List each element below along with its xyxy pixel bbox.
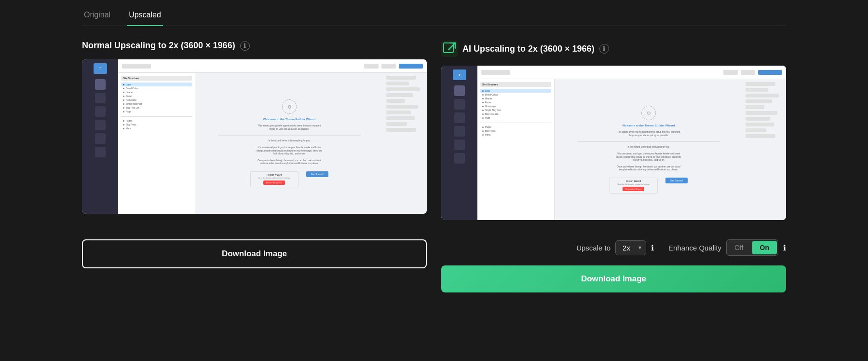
ss-bar-1 xyxy=(386,76,416,80)
left-panel: Normal Upscaling to 2x (3600 × 1966) ℹ T xyxy=(82,41,427,220)
ss-nav-item-blog: Single Blog Post xyxy=(121,102,192,106)
ss-topbar-btn2 xyxy=(381,64,396,69)
ss-bar-7 xyxy=(386,111,411,114)
ss-nav-item-bloglist: Blog Post List xyxy=(121,106,192,110)
ss-icon-1 xyxy=(95,79,106,90)
ss-right-nav-menu: Menu xyxy=(480,133,551,137)
ss-right-wizard-icon: ⚙ xyxy=(641,106,656,120)
enhance-control-group: Enhance Quality Off On ℹ xyxy=(668,239,786,256)
ss-right-restart-title: Restart Wizard xyxy=(612,180,655,182)
ss-right-bars xyxy=(383,73,427,214)
ss-right-bar-10 xyxy=(746,134,775,138)
ss-right-topbar-btn2 xyxy=(741,70,755,75)
ss-right-nav-blog: Single Blog Post xyxy=(480,108,551,112)
ss-nav-dot-11 xyxy=(123,128,124,129)
ss-content-area: Site Structure Logo Brand Colour xyxy=(118,73,427,214)
ss-bar-5 xyxy=(386,99,405,103)
ss-right-wizard-desc4: Once you've been through the wizard, you… xyxy=(615,166,682,172)
ss-right-dot-5 xyxy=(482,106,484,107)
ss-nav-dot-10 xyxy=(123,124,124,125)
ss-right-nav-footer: Footer xyxy=(480,100,551,104)
ss-right-dot-7 xyxy=(482,113,484,115)
ss-icon-5 xyxy=(95,133,106,144)
ss-nav-item-blogs: Blog Posts xyxy=(121,123,192,126)
ss-right-right-bars xyxy=(743,79,786,220)
bottom-row: Download Image Upscale to 1x 2x 4x ▾ xyxy=(82,239,786,292)
right-panel-info-icon[interactable]: ℹ xyxy=(599,44,609,54)
ss-right-bar-1 xyxy=(746,82,775,86)
ss-nav-dot-9 xyxy=(123,120,124,122)
ss-topbar-btn1 xyxy=(364,64,379,69)
ss-topbar-btn3 xyxy=(399,64,423,69)
ss-topbar-title xyxy=(122,64,151,69)
ss-right-nav-pages: Pages xyxy=(480,125,551,129)
enhance-info-icon[interactable]: ℹ xyxy=(783,243,786,252)
ss-right-icon-1 xyxy=(454,85,465,96)
ss-right-wizard-desc3: You can upload your logo, choose your fa… xyxy=(615,153,682,162)
ss-icon-3 xyxy=(95,106,106,117)
tab-upscaled[interactable]: Upscaled xyxy=(127,5,163,26)
ss-restart-btn: Restart the Wizard xyxy=(263,180,285,185)
ss-right-dot-4 xyxy=(482,102,484,103)
left-panel-title-text: Normal Upscaling to 2x (3600 × 1966) xyxy=(82,41,235,51)
right-download-button[interactable]: Download Image xyxy=(441,265,786,292)
ss-right-bottom-actions: Restart Wizard Go to the 1st step and re… xyxy=(610,178,688,194)
ss-nav-divider: Pages Blog Posts Menu xyxy=(121,116,192,130)
ss-wizard-title: Welcome to the Theme Builder Wizard xyxy=(263,118,316,121)
ss-bar-2 xyxy=(386,82,409,85)
ss-right-bar-7 xyxy=(746,117,770,121)
tab-original[interactable]: Original xyxy=(82,5,112,26)
ss-right-bar-9 xyxy=(746,128,766,132)
panels-row: Normal Upscaling to 2x (3600 × 1966) ℹ T xyxy=(82,41,786,220)
left-screenshot: T xyxy=(82,59,427,214)
ss-right-get-started: Get Started! xyxy=(665,178,688,183)
ss-nav-dot-5 xyxy=(123,99,124,101)
upscale-info-icon[interactable]: ℹ xyxy=(651,243,654,252)
ss-right-nav-title: Site Structure xyxy=(480,82,551,87)
ss-right-divider: Pages Blog Posts Menu xyxy=(480,123,551,137)
ss-right-topbar-title xyxy=(481,70,510,75)
ss-logo: T xyxy=(94,63,107,74)
ss-right-dot-11 xyxy=(482,134,484,136)
ss-right-wizard-title: Welcome to the Theme Builder Wizard xyxy=(623,124,675,127)
enhance-toggle: Off On xyxy=(726,239,778,256)
upscale-select[interactable]: 1x 2x 4x xyxy=(615,240,646,255)
left-panel-info-icon[interactable]: ℹ xyxy=(240,41,250,51)
ss-bottom-actions: Restart Wizard Go to the 1st step and re… xyxy=(250,171,329,187)
ss-nav-panel: Site Structure Logo Brand Colour xyxy=(118,73,195,214)
ss-right-restart-desc: Go to the 1st step and resume the settin… xyxy=(612,183,655,185)
ss-wizard-center: ⚙ Welcome to the Theme Builder Wizard Th… xyxy=(195,73,383,214)
ss-nav-dot-6 xyxy=(123,103,124,105)
ss-right-topbar-btn3 xyxy=(758,70,782,75)
enhance-label: Enhance Quality xyxy=(668,244,721,252)
ai-controls-bar: Upscale to 1x 2x 4x ▾ ℹ Enhance Qua xyxy=(441,239,786,256)
ss-right-dot-3 xyxy=(482,98,484,99)
ss-right-bar-3 xyxy=(746,94,779,97)
ss-right-nav-bloglist: Blog Post List xyxy=(480,112,551,116)
ss-right-divider-line xyxy=(577,141,720,142)
main-container: Original Upscaled Normal Upscaling to 2x… xyxy=(0,0,868,292)
ss-icon-4 xyxy=(95,120,106,130)
toggle-on-button[interactable]: On xyxy=(752,241,777,254)
ss-nav-dot-3 xyxy=(123,92,124,93)
ss-right-nav-brand: Brand Colour xyxy=(480,93,551,97)
ss-right-dot-9 xyxy=(482,126,484,128)
ss-right-nav-page: Page xyxy=(480,116,551,120)
ss-right-nav-logo: Logo xyxy=(480,89,551,93)
ss-right-nav-blogs: Blog Posts xyxy=(480,129,551,133)
ss-nav-dot-4 xyxy=(123,96,124,97)
right-screenshot: T xyxy=(441,66,786,220)
left-download-button[interactable]: Download Image xyxy=(82,239,427,268)
ss-bar-6 xyxy=(386,105,418,109)
ss-wizard-icon: ⚙ xyxy=(282,99,297,114)
ss-nav-title: Site Structure xyxy=(121,76,192,81)
ss-nav-dot-7 xyxy=(123,107,124,109)
ss-left-sidebar: T xyxy=(82,59,118,214)
ss-right-topbar-btn1 xyxy=(723,70,738,75)
left-bottom-panel: Download Image xyxy=(82,239,427,292)
ss-nav-item-deleted: Pages xyxy=(121,119,192,123)
toggle-off-button[interactable]: Off xyxy=(727,241,751,254)
right-panel-title-row: AI Upscaling to 2x (3600 × 1966) ℹ xyxy=(441,41,786,57)
ss-icon-2 xyxy=(95,93,106,103)
ss-nav-dot-2 xyxy=(123,88,124,89)
